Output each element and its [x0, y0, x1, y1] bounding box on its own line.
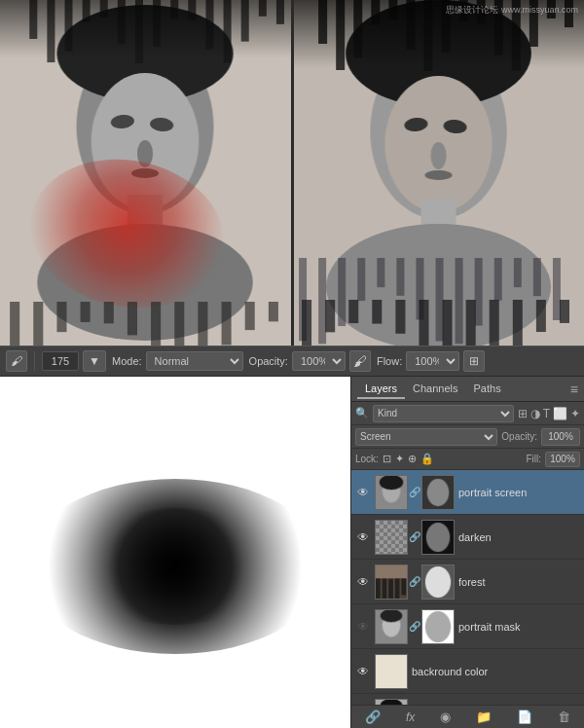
thumb-canvas-portrait-mask-main	[376, 610, 407, 643]
layer-name-portrait-mask: portrait mask	[458, 621, 580, 633]
layer-thumb-portrait-screen-main	[375, 475, 408, 510]
layer-thumb-group-backround-color	[375, 654, 408, 689]
layer-thumb-backround-color-main	[375, 654, 408, 689]
filter-smart-icon[interactable]: ✦	[570, 407, 580, 420]
mode-select[interactable]: Normal Multiply Screen	[146, 351, 243, 371]
flow-label: Flow:	[377, 355, 402, 367]
filter-search-icon: 🔍	[355, 407, 369, 419]
layer-thumb-group-darken: 🔗	[375, 520, 455, 555]
layer-name-backround-color: backround color	[412, 666, 580, 677]
canvas-area[interactable]	[0, 377, 350, 728]
layer-thumb-portrait-mask-main	[375, 609, 408, 644]
checkerboard-bg	[0, 377, 350, 728]
layer-name-darken: darken	[458, 531, 580, 543]
layer-thumb-darken-mask	[421, 520, 455, 555]
new-layer-icon[interactable]: 📄	[517, 710, 532, 724]
thumb-canvas-forest-main	[376, 565, 407, 599]
new-group-icon[interactable]: 📁	[476, 710, 492, 724]
brush-preview-canvas	[0, 377, 350, 728]
toolbar-sep-1	[34, 351, 35, 371]
lock-all-icon[interactable]: 🔒	[420, 453, 434, 465]
add-mask-icon[interactable]: ◉	[440, 710, 451, 724]
layers-tabs: Layers Channels Paths ≡	[351, 377, 584, 402]
layers-panel-menu-icon[interactable]: ≡	[570, 382, 578, 397]
layers-panel: Layers Channels Paths ≡ 🔍 Kind ⊞ ◑ T ⬜ ✦…	[350, 377, 584, 728]
layer-chain-icon-3: 🔗	[409, 621, 420, 632]
brush-size-input[interactable]	[42, 351, 79, 371]
flow-group: Flow: 100% ⊞	[377, 350, 485, 372]
fill-label: Fill:	[526, 454, 541, 464]
airbrush-icon[interactable]: 🖌	[349, 350, 371, 372]
layers-list: 👁 🔗 portrait screen 👁	[351, 470, 584, 705]
lock-pixels-icon[interactable]: ✦	[395, 453, 404, 465]
right-canvas	[294, 0, 585, 346]
top-images-area: 思缘设计论坛 www.missyuan.com	[0, 0, 584, 346]
opacity-select[interactable]: 100%	[292, 351, 346, 371]
layer-item-portrait-mask[interactable]: 👁 🔗 portrait mask	[351, 604, 584, 649]
tab-channels[interactable]: Channels	[405, 380, 465, 399]
layer-thumb-forest-mask	[421, 564, 455, 600]
layer-eye-forest[interactable]: 👁	[355, 574, 371, 590]
lock-transparent-icon[interactable]: ⊡	[383, 453, 391, 465]
lock-label: Lock:	[355, 454, 379, 464]
layer-thumb-portrait-main	[375, 699, 408, 706]
thumb-canvas-portrait-mask-mask	[422, 610, 454, 643]
layer-chain-icon-1: 🔗	[409, 531, 420, 542]
filter-kind-select[interactable]: Kind	[373, 405, 514, 422]
filter-adjustment-icon[interactable]: ◑	[530, 407, 540, 420]
filter-pixel-icon[interactable]: ⊞	[518, 407, 528, 420]
thumb-canvas-portrait-screen-mask	[422, 476, 454, 509]
layer-item-backround-color[interactable]: 👁 backround color	[351, 649, 584, 694]
layer-chain-icon-2: 🔗	[409, 576, 420, 587]
opacity-label: Opacity:	[249, 355, 288, 367]
filter-shape-icon[interactable]: ⬜	[553, 407, 567, 420]
fx-icon[interactable]: fx	[406, 710, 415, 724]
delete-layer-icon[interactable]: 🗑	[558, 710, 570, 724]
layer-name-forest: forest	[458, 576, 580, 588]
left-canvas	[0, 0, 291, 346]
layer-item-portrait-screen[interactable]: 👁 🔗 portrait screen	[351, 470, 584, 515]
right-image-panel	[294, 0, 585, 346]
layers-filter-row: 🔍 Kind ⊞ ◑ T ⬜ ✦	[351, 402, 584, 425]
brush-options-icon[interactable]: ▼	[83, 350, 106, 372]
layer-thumb-group-forest: 🔗	[375, 564, 455, 600]
flow-options-icon[interactable]: ⊞	[463, 350, 485, 372]
filter-type-icon[interactable]: T	[543, 407, 550, 420]
mode-group: Mode: Normal Multiply Screen	[112, 351, 243, 371]
layer-eye-portrait-mask[interactable]: 👁	[355, 619, 371, 635]
left-image-panel	[0, 0, 294, 346]
tab-paths[interactable]: Paths	[466, 380, 509, 399]
fill-input[interactable]	[545, 452, 580, 467]
opacity-group: Opacity: 100% 🖌	[249, 350, 371, 372]
flow-select[interactable]: 100%	[406, 351, 459, 371]
layer-thumb-portrait-screen-mask	[421, 475, 455, 510]
lock-position-icon[interactable]: ⊕	[408, 453, 417, 465]
layers-footer: 🔗 fx ◉ 📁 📄 🗑	[351, 705, 584, 728]
layer-item-forest[interactable]: 👁 🔗 forest	[351, 560, 584, 604]
layer-thumb-group-portrait	[375, 699, 408, 706]
tab-layers[interactable]: Layers	[357, 380, 405, 399]
opacity-label-layers: Opacity:	[501, 431, 537, 442]
layer-thumb-group-portrait-screen: 🔗	[375, 475, 455, 510]
link-layers-icon[interactable]: 🔗	[365, 710, 381, 724]
thumb-canvas-darken-mask	[422, 521, 454, 554]
layers-lock-row: Lock: ⊡ ✦ ⊕ 🔒 Fill:	[351, 449, 584, 470]
layer-item-darken[interactable]: 👁 🔗 darken	[351, 515, 584, 560]
thumb-canvas-forest-mask	[422, 565, 454, 599]
layer-item-portrait[interactable]: 👁 portrait	[351, 694, 584, 705]
layer-eye-backround-color[interactable]: 👁	[355, 664, 371, 679]
thumb-canvas-portrait-main	[376, 700, 407, 706]
brush-tool-icon[interactable]: 🖌	[6, 350, 27, 372]
layer-eye-portrait-screen[interactable]: 👁	[355, 485, 371, 500]
layer-thumb-portrait-mask-mask	[421, 609, 455, 644]
bottom-area: Layers Channels Paths ≡ 🔍 Kind ⊞ ◑ T ⬜ ✦…	[0, 377, 584, 728]
filter-icons-group: ⊞ ◑ T ⬜ ✦	[518, 407, 580, 420]
brush-tool-group: 🖌 ▼	[6, 350, 106, 372]
layer-eye-darken[interactable]: 👁	[355, 529, 371, 545]
layers-blend-row: Screen Normal Multiply Darken Opacity:	[351, 425, 584, 449]
blend-mode-select[interactable]: Screen Normal Multiply Darken	[355, 428, 497, 446]
thumb-canvas-portrait-screen-main	[376, 476, 407, 509]
opacity-input-layers[interactable]	[541, 428, 580, 446]
lock-icons-group: ⊡ ✦ ⊕ 🔒	[383, 453, 434, 465]
toolbar: 🖌 ▼ Mode: Normal Multiply Screen Opacity…	[0, 346, 584, 377]
